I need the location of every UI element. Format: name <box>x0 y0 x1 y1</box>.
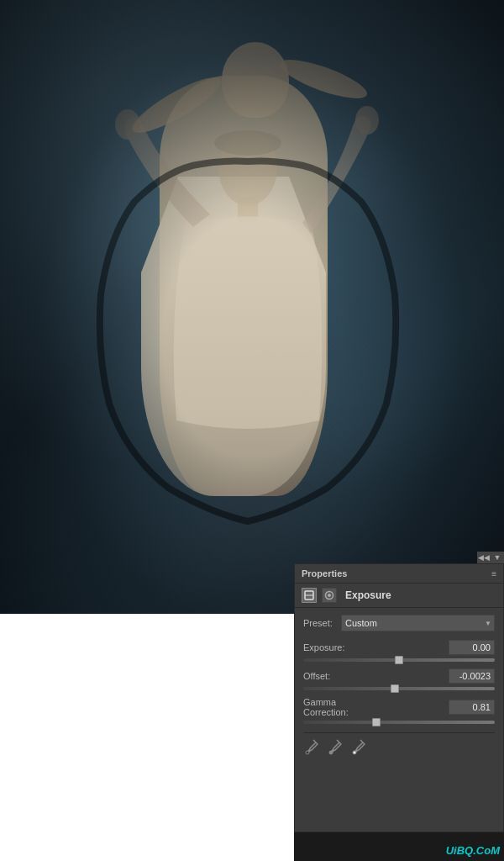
photo-canvas <box>0 0 504 614</box>
offset-slider-track[interactable] <box>303 687 495 690</box>
panel-content: Preset: Custom Default Minus 1.0 Ev Minu… <box>295 608 503 762</box>
mask-icon <box>324 590 334 600</box>
preset-select-wrap: Custom Default Minus 1.0 Ev Minus 2.0 Ev… <box>341 615 495 631</box>
eyedropper-white-icon <box>352 738 365 755</box>
collapse-controls: ◀◀ ▼ <box>477 552 504 563</box>
svg-point-10 <box>329 751 333 754</box>
offset-slider-row <box>303 687 495 690</box>
exposure-prop-label: Exposure: <box>303 642 362 652</box>
offset-prop-label: Offset: <box>303 671 362 681</box>
svg-point-11 <box>353 751 356 754</box>
adjustment-icon-btn[interactable] <box>302 588 317 603</box>
exposure-row: Exposure: 0.00 <box>303 640 495 655</box>
eyedropper-black-icon <box>305 738 318 755</box>
exposure-slider-track[interactable] <box>303 658 495 662</box>
eyedropper-mid-btn[interactable] <box>327 738 344 755</box>
gamma-slider-row <box>303 721 495 724</box>
preset-select[interactable]: Custom Default Minus 1.0 Ev Minus 2.0 Ev… <box>341 615 495 631</box>
offset-row: Offset: -0.0023 <box>303 668 495 684</box>
gamma-value[interactable]: 0.81 <box>449 700 495 715</box>
preset-row: Preset: Custom Default Minus 1.0 Ev Minu… <box>303 615 495 631</box>
watermark: UiBQ.CoM <box>446 844 500 857</box>
crack-overlay <box>0 0 504 614</box>
panel-header: Properties ≡ <box>295 564 503 584</box>
gamma-slider-track[interactable] <box>303 721 495 724</box>
exposure-label: Exposure <box>345 589 391 601</box>
gamma-row: Gamma Correction: 0.81 <box>303 697 495 717</box>
white-area <box>0 614 294 861</box>
adjustment-icon <box>304 590 314 600</box>
exposure-slider-row <box>303 658 495 662</box>
exposure-slider-thumb[interactable] <box>395 656 403 664</box>
mask-icon-btn[interactable] <box>322 588 337 603</box>
panel-subheader: Exposure <box>295 584 503 608</box>
svg-point-8 <box>328 594 331 597</box>
collapse-left-button[interactable]: ◀◀ <box>477 552 491 563</box>
gamma-slider-thumb[interactable] <box>372 718 381 726</box>
preset-label: Preset: <box>303 618 341 628</box>
panel-title: Properties <box>302 568 347 578</box>
offset-value[interactable]: -0.0023 <box>449 668 495 684</box>
offset-slider-thumb[interactable] <box>391 684 399 693</box>
eyedropper-white-btn[interactable] <box>350 738 367 755</box>
exposure-value[interactable]: 0.00 <box>449 640 495 655</box>
panel-menu-icon[interactable]: ≡ <box>491 569 496 578</box>
svg-point-9 <box>306 751 309 754</box>
watermark-text: UiBQ.CoM <box>446 844 500 857</box>
eyedropper-black-btn[interactable] <box>303 738 320 755</box>
eyedropper-row <box>303 732 495 755</box>
photo-background <box>0 0 504 614</box>
properties-panel: Properties ≡ Exposure Preset: Custom <box>294 563 504 832</box>
gamma-prop-label: Gamma Correction: <box>303 697 362 717</box>
collapse-down-button[interactable]: ▼ <box>491 552 504 563</box>
eyedropper-mid-icon <box>328 738 342 755</box>
